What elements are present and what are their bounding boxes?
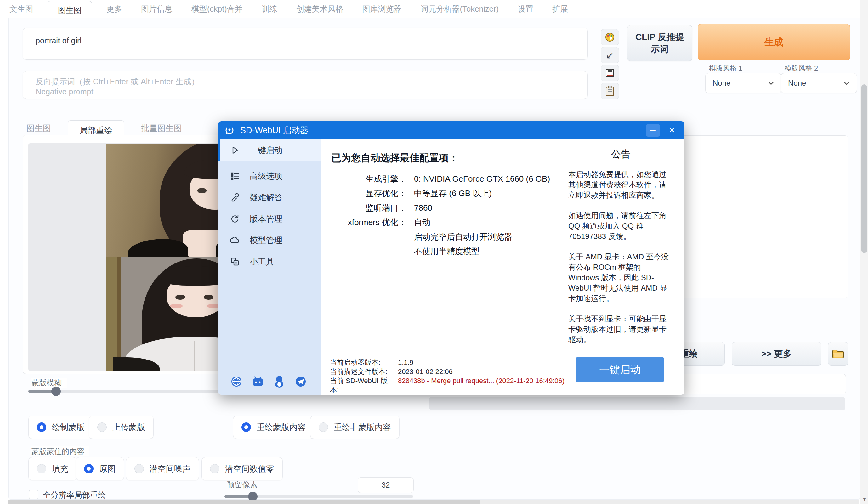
open-folder-button[interactable] — [828, 342, 848, 366]
clothes-left — [127, 239, 188, 257]
sidebar-item-troubleshooting[interactable]: 疑难解答 — [218, 187, 321, 208]
tab-img2img[interactable]: 图生图 — [48, 1, 92, 20]
radio-unselected-icon — [37, 464, 46, 473]
content-divider — [561, 146, 561, 344]
full-res-checkbox[interactable] — [29, 490, 39, 499]
radio-selected-icon — [37, 422, 46, 432]
announcement-paragraph: 关于 AMD 显卡：AMD 至今没有公布 ROCm 框架的 Windows 版本… — [568, 251, 673, 304]
social-icon-row — [230, 375, 307, 388]
horizontal-scrollbar-thumb[interactable] — [8, 500, 480, 504]
radio-label: 重绘蒙版内容 — [257, 422, 306, 433]
qq-icon[interactable] — [273, 375, 286, 388]
radio-latent-noise[interactable]: 潜空间噪声 — [126, 457, 199, 480]
tab-png-info[interactable]: 图片信息 — [141, 4, 173, 14]
sidebar-item-tools[interactable]: 小工具 — [218, 251, 321, 272]
radio-selected-icon — [84, 464, 93, 473]
radio-inpaint-not-masked[interactable]: 重绘非蒙版内容 — [310, 415, 400, 439]
style-apply-button[interactable] — [601, 29, 619, 45]
wrench-icon — [229, 192, 240, 203]
config-row: 监听端口：7860 — [331, 200, 550, 215]
paste-prompt-button[interactable] — [601, 83, 619, 99]
reserved-pixels-value-box[interactable]: 32 — [358, 477, 414, 493]
main-tab-bar: 文生图 图生图 更多 图片信息 模型(ckpt)合并 训练 创建美术风格 图库浏… — [0, 0, 868, 18]
clip-interrogate-label: CLIP 反推提示词 — [635, 31, 685, 55]
reserved-pixels-slider[interactable] — [225, 495, 413, 498]
tab-gallery[interactable]: 图库浏览器 — [362, 4, 402, 14]
launcher-dialog: SD-WebUI 启动器 ─ ✕ 一键启动 高级选项 疑难解答 — [218, 121, 684, 395]
radio-draw-mask[interactable]: 绘制蒙版 — [28, 415, 93, 439]
mask-blur-label: 蒙版模糊 — [31, 378, 67, 388]
sidebar-item-model-management[interactable]: 模型管理 — [218, 229, 321, 251]
close-button[interactable]: ✕ — [665, 124, 679, 137]
radio-upload-mask[interactable]: 上传蒙版 — [89, 415, 154, 439]
vertical-scrollbar[interactable]: ▼ — [860, 0, 868, 504]
minimize-button[interactable]: ─ — [646, 124, 660, 137]
sidebar-item-label: 一键启动 — [250, 145, 282, 156]
masked-content-legend: 蒙版蒙住的内容 — [31, 446, 90, 456]
arrow-down-left-icon: ↙ — [606, 50, 613, 61]
tab-checkpoint-merger[interactable]: 模型(ckpt)合并 — [192, 4, 243, 14]
save-style-button[interactable] — [601, 65, 619, 81]
sidebar-item-one-click-launch[interactable]: 一键启动 — [218, 140, 321, 161]
website-globe-icon[interactable] — [230, 375, 243, 388]
sidebar-item-label: 高级选项 — [250, 171, 282, 182]
vertical-scrollbar-thumb[interactable] — [861, 84, 867, 253]
telegram-icon[interactable] — [294, 375, 307, 388]
radio-original[interactable]: 原图 — [75, 457, 124, 480]
sidebar-item-advanced-options[interactable]: 高级选项 — [218, 165, 321, 187]
tab-extensions[interactable]: 扩展 — [552, 4, 568, 14]
close-icon: ✕ — [669, 126, 675, 135]
launcher-heading: 已为您自动选择最佳配置项： — [331, 152, 458, 165]
app-root: 文生图 图生图 更多 图片信息 模型(ckpt)合并 训练 创建美术风格 图库浏… — [0, 0, 868, 504]
style2-select[interactable]: None — [781, 73, 857, 93]
announcement-paragraph: 如遇使用问题，请前往左下角 QQ 频道或加入 QQ 群 705197383 反馈… — [568, 210, 673, 241]
inner-tab-batch[interactable]: 批量图生图 — [141, 123, 182, 134]
style1-value: None — [712, 79, 731, 88]
radio-label: 原图 — [99, 463, 115, 474]
tab-settings[interactable]: 设置 — [518, 4, 533, 14]
tab-txt2img[interactable]: 文生图 — [9, 4, 33, 14]
horizontal-scrollbar[interactable] — [8, 500, 859, 504]
launcher-sidebar: 一键启动 高级选项 疑难解答 版本管理 — [218, 140, 321, 395]
full-res-label: 全分辨率局部重绘 — [43, 490, 106, 500]
generate-label: 生成 — [764, 36, 783, 49]
radio-inpaint-masked[interactable]: 重绘蒙版内容 — [233, 415, 314, 439]
play-icon — [229, 145, 240, 155]
save-icon — [605, 68, 615, 78]
tab-extras[interactable]: 更多 — [106, 4, 122, 14]
paste-to-negative-button[interactable]: ↙ — [601, 47, 619, 63]
clip-interrogate-button[interactable]: CLIP 反推提示词 — [627, 25, 692, 61]
style1-select[interactable]: None — [705, 73, 782, 93]
radio-latent-nothing[interactable]: 潜空间数值零 — [202, 457, 283, 480]
radio-unselected-icon — [97, 422, 107, 432]
minimize-icon: ─ — [650, 126, 655, 135]
palette-icon — [604, 32, 615, 42]
announcement-panel: 公告 本启动器免费提供，如您通过其他渠道付费获得本软件，请立即退款并投诉相应商家… — [568, 148, 673, 355]
radio-label: 填充 — [52, 463, 68, 474]
negative-prompt-input[interactable]: 反向提示词（按 Ctrl+Enter 或 Alt+Enter 生成） Negat… — [23, 71, 588, 99]
sidebar-item-label: 版本管理 — [250, 214, 282, 225]
launcher-title: SD-WebUI 启动器 — [240, 125, 309, 136]
scrollbar-down-arrow[interactable]: ▼ — [862, 497, 867, 502]
tab-train[interactable]: 训练 — [262, 4, 277, 14]
prompt-input[interactable]: portrait of girl — [23, 28, 588, 60]
more-button[interactable]: >> 更多 — [732, 342, 822, 366]
tab-tokenizer[interactable]: 词元分析器(Tokenizer) — [421, 4, 499, 14]
generate-button[interactable]: 生成 — [698, 24, 850, 60]
inner-tab-img2img[interactable]: 图生图 — [27, 123, 51, 134]
tab-create-style[interactable]: 创建美术风格 — [296, 4, 343, 14]
version-row: 当前启动器版本:1.1.9 — [330, 358, 565, 367]
announcement-paragraph: 本启动器免费提供，如您通过其他渠道付费获得本软件，请立即退款并投诉相应商家。 — [568, 169, 673, 200]
config-row: 显存优化：中等显存 (6 GB 以上) — [331, 186, 550, 200]
launch-label: 一键启动 — [599, 363, 641, 377]
one-click-launch-button[interactable]: 一键启动 — [576, 357, 664, 382]
sidebar-item-label: 模型管理 — [250, 235, 282, 246]
mask-blur-handle[interactable] — [51, 387, 61, 396]
config-row: 生成引擎：0: NVIDIA GeForce GTX 1660 (6 GB) — [331, 172, 550, 186]
bilibili-icon[interactable] — [251, 375, 264, 388]
radio-fill[interactable]: 填充 — [28, 457, 77, 480]
reserved-pixels-label: 预留像素 — [227, 480, 258, 490]
sidebar-item-version-management[interactable]: 版本管理 — [218, 208, 321, 229]
version-row: 当前描述文件版本:2023-01-02 22:06 — [330, 367, 565, 376]
launcher-titlebar[interactable]: SD-WebUI 启动器 ─ ✕ — [218, 121, 684, 140]
